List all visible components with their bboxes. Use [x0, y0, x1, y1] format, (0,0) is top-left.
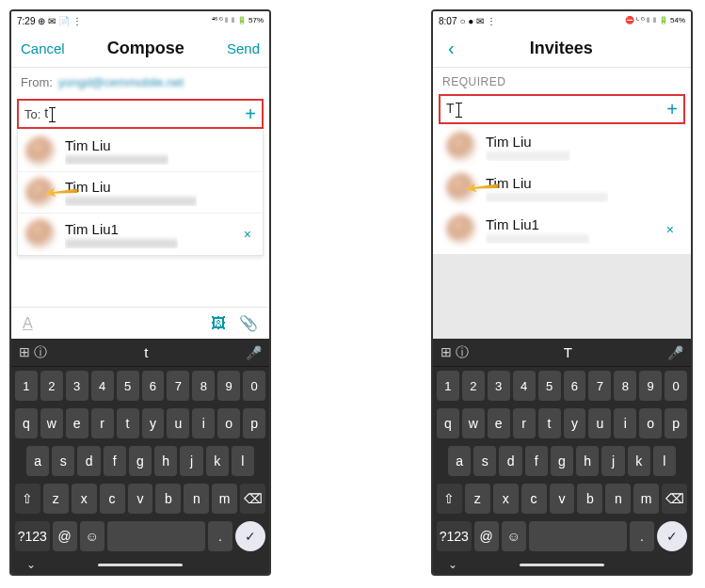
key[interactable]: 2 [462, 371, 485, 401]
key[interactable]: 0 [243, 371, 265, 401]
key[interactable]: 4 [91, 371, 114, 401]
key[interactable]: h [154, 446, 177, 476]
backspace-key[interactable]: ⌫ [662, 484, 687, 514]
invitee-field[interactable]: T + [439, 94, 685, 124]
key[interactable]: 3 [488, 371, 510, 401]
key[interactable]: 1 [15, 371, 38, 401]
key[interactable]: t [117, 408, 139, 438]
insert-image-button[interactable]: 🖼 [211, 315, 226, 332]
send-button[interactable]: Send [227, 40, 260, 56]
key[interactable]: q [15, 408, 38, 438]
key[interactable]: i [192, 408, 215, 438]
remove-suggestion-button[interactable]: × [240, 227, 255, 242]
emoji-key[interactable]: ☺ [502, 521, 526, 551]
key[interactable]: 1 [437, 371, 459, 401]
key[interactable]: s [473, 446, 496, 476]
emoji-key[interactable]: ☺ [80, 521, 104, 551]
key[interactable]: b [577, 484, 602, 514]
key[interactable]: n [605, 484, 631, 514]
suggestion-item[interactable]: Tim Liu1 × [439, 209, 685, 250]
key[interactable]: r [513, 408, 536, 438]
key[interactable]: a [448, 446, 471, 476]
key[interactable]: g [129, 446, 152, 476]
key[interactable]: f [104, 446, 126, 476]
key[interactable]: h [576, 446, 599, 476]
key[interactable]: l [232, 446, 254, 476]
key[interactable]: d [77, 446, 100, 476]
key[interactable]: 4 [513, 371, 536, 401]
submit-key[interactable]: ✓ [657, 521, 687, 551]
invitee-input[interactable]: T [446, 101, 463, 117]
space-key[interactable] [529, 521, 627, 551]
key[interactable]: 5 [117, 371, 139, 401]
key[interactable]: e [488, 408, 510, 438]
key[interactable]: 6 [564, 371, 586, 401]
key[interactable]: m [212, 484, 237, 514]
key[interactable]: w [462, 408, 485, 438]
key[interactable]: v [128, 484, 153, 514]
key[interactable]: o [217, 408, 240, 438]
from-value[interactable]: yongd@cemmobile.net [58, 75, 184, 89]
key[interactable]: x [72, 484, 97, 514]
key[interactable]: d [499, 446, 521, 476]
period-key[interactable]: . [208, 521, 232, 551]
key[interactable]: 7 [167, 371, 189, 401]
microphone-icon[interactable]: 🎤 [667, 345, 683, 360]
suggestion-item[interactable]: Tim Liu [18, 172, 263, 214]
key[interactable]: y [142, 408, 165, 438]
period-key[interactable]: . [630, 521, 654, 551]
keyboard-suggestion-text[interactable]: t [47, 344, 246, 360]
format-text-button[interactable]: A [23, 315, 33, 332]
nav-handle[interactable] [98, 564, 183, 566]
to-field[interactable]: To: t + [17, 99, 264, 129]
key[interactable]: a [26, 446, 49, 476]
key[interactable]: t [538, 408, 561, 438]
symbols-key[interactable]: ?123 [15, 521, 50, 551]
microphone-icon[interactable]: 🎤 [246, 345, 262, 360]
key[interactable]: 0 [665, 371, 687, 401]
at-key[interactable]: @ [474, 521, 499, 551]
nav-down-icon[interactable]: ⌄ [26, 558, 36, 571]
symbols-key[interactable]: ?123 [437, 521, 472, 551]
key[interactable]: 2 [40, 371, 63, 401]
key[interactable]: 6 [142, 371, 165, 401]
key[interactable]: p [243, 408, 265, 438]
shift-key[interactable]: ⇧ [15, 484, 40, 514]
key[interactable]: 9 [639, 371, 662, 401]
key[interactable]: z [43, 484, 69, 514]
key[interactable]: 8 [192, 371, 215, 401]
cancel-button[interactable]: Cancel [21, 40, 65, 56]
suggestion-item[interactable]: Tim Liu [439, 126, 685, 167]
keyboard-menu-icon[interactable]: ⊞ ⓘ [441, 344, 469, 361]
nav-handle[interactable] [520, 564, 604, 566]
key[interactable]: p [665, 408, 687, 438]
key[interactable]: n [184, 484, 209, 514]
add-invitee-button[interactable]: + [666, 100, 678, 119]
key[interactable]: u [167, 408, 189, 438]
key[interactable]: l [653, 446, 676, 476]
key[interactable]: j [601, 446, 624, 476]
key[interactable]: o [639, 408, 662, 438]
remove-suggestion-button[interactable]: × [663, 222, 678, 237]
key[interactable]: 8 [614, 371, 636, 401]
to-input[interactable]: t [44, 105, 56, 121]
key[interactable]: g [551, 446, 573, 476]
key[interactable]: 7 [588, 371, 611, 401]
key[interactable]: s [52, 446, 74, 476]
back-button[interactable]: ‹ [442, 38, 460, 59]
key[interactable]: r [91, 408, 114, 438]
at-key[interactable]: @ [53, 521, 77, 551]
nav-down-icon[interactable]: ⌄ [448, 558, 457, 571]
key[interactable]: 5 [538, 371, 561, 401]
key[interactable]: q [437, 408, 459, 438]
key[interactable]: c [100, 484, 125, 514]
shift-key[interactable]: ⇧ [437, 484, 462, 514]
key[interactable]: c [521, 484, 547, 514]
key[interactable]: x [493, 484, 519, 514]
space-key[interactable] [107, 521, 205, 551]
suggestion-item[interactable]: Tim Liu1 × [18, 214, 263, 255]
attach-file-button[interactable]: 📎 [239, 314, 258, 332]
key[interactable]: j [180, 446, 202, 476]
submit-key[interactable]: ✓ [235, 521, 265, 551]
key[interactable]: 3 [66, 371, 88, 401]
